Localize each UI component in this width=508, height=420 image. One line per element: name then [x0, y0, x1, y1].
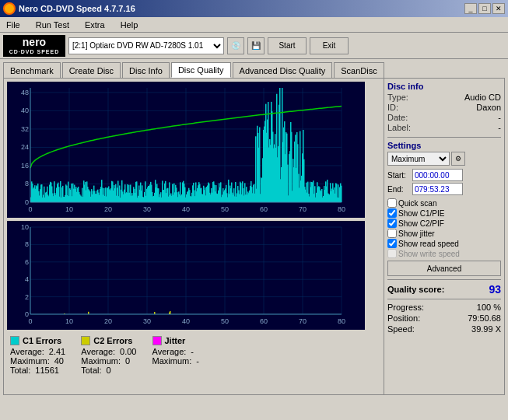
upper-chart — [7, 82, 365, 218]
legend: C1 Errors Average: 2.41 Maximum: 40 Tota… — [7, 333, 380, 391]
jitter-max-row: Maximum: - — [152, 356, 199, 366]
right-panel: Disc info Type: Audio CD ID: Daxon Date:… — [384, 79, 504, 394]
maximize-button[interactable]: □ — [478, 3, 491, 14]
end-row: End: — [387, 183, 501, 195]
tab-benchmark[interactable]: Benchmark — [3, 62, 61, 78]
progress-row: Progress: 100 % — [387, 303, 501, 312]
c2-max-label: Maximum: — [81, 356, 121, 366]
c1-max-row: Maximum: 40 — [10, 356, 65, 366]
end-input[interactable] — [412, 183, 463, 195]
start-row: Start: — [387, 169, 501, 181]
show-read-speed-row: Show read speed — [387, 239, 501, 248]
advanced-button[interactable]: Advanced — [387, 261, 501, 276]
type-value: Audio CD — [464, 93, 501, 102]
jitter-color-box — [152, 336, 162, 345]
c2-title: C2 Errors — [93, 336, 132, 345]
tab-create-disc[interactable]: Create Disc — [62, 62, 121, 78]
c2-total-value: 0 — [107, 366, 111, 375]
c1-max-label: Maximum: — [10, 356, 50, 366]
tab-disc-info[interactable]: Disc Info — [122, 62, 170, 78]
position-label: Position: — [387, 313, 420, 323]
show-jitter-label: Show jitter — [398, 229, 435, 238]
quality-score-row: Quality score: 93 — [387, 283, 501, 296]
minimize-button[interactable]: _ — [464, 3, 477, 14]
c1-title: C1 Errors — [23, 336, 61, 345]
menu-extra[interactable]: Extra — [82, 19, 108, 31]
progress-section: Progress: 100 % Position: 79:50.68 Speed… — [387, 303, 501, 334]
disc-label-value: - — [498, 123, 501, 132]
c1-avg-label: Average: — [10, 347, 44, 356]
c1-total-row: Total: 11561 — [10, 366, 65, 375]
id-value: Daxon — [476, 103, 501, 112]
tab-scan-disc[interactable]: ScanDisc — [334, 62, 384, 78]
menu-help[interactable]: Help — [117, 19, 142, 31]
jitter-avg-value: - — [191, 347, 194, 356]
app-icon — [3, 2, 16, 15]
show-c2-checkbox[interactable] — [387, 219, 397, 228]
quality-score-value: 93 — [489, 283, 501, 296]
progress-label: Progress: — [387, 303, 424, 312]
end-label: End: — [387, 185, 409, 194]
disc-info-title: Disc info — [387, 82, 501, 91]
c2-max-row: Maximum: 0 — [81, 356, 136, 366]
legend-c1: C1 Errors Average: 2.41 Maximum: 40 Tota… — [10, 336, 65, 388]
nero-logo: nero CD·DVD SPEED — [3, 35, 65, 57]
c1-total-label: Total: — [10, 366, 30, 375]
menu-bar: File Run Test Extra Help — [0, 17, 508, 33]
tab-disc-quality[interactable]: Disc Quality — [171, 62, 231, 78]
show-read-speed-checkbox[interactable] — [387, 239, 397, 248]
show-c2-label: Show C2/PIF — [398, 219, 444, 228]
show-write-speed-label: Show write speed — [398, 250, 460, 258]
quick-scan-checkbox[interactable] — [387, 198, 397, 208]
progress-value: 100 % — [477, 303, 501, 312]
type-row: Type: Audio CD — [387, 93, 501, 102]
legend-jitter: Jitter Average: - Maximum: - — [152, 336, 199, 388]
show-c1-label: Show C1/PIE — [398, 209, 444, 218]
speed-row: Speed: 39.99 X — [387, 324, 501, 334]
c1-color-box — [10, 336, 19, 345]
exit-button[interactable]: Exit — [310, 37, 349, 54]
legend-c2: C2 Errors Average: 0.00 Maximum: 0 Total… — [81, 336, 136, 388]
quick-scan-label: Quick scan — [398, 199, 436, 208]
start-input[interactable] — [412, 169, 463, 181]
main-content: C1 Errors Average: 2.41 Maximum: 40 Tota… — [3, 78, 505, 395]
c2-avg-row: Average: 0.00 — [81, 347, 136, 356]
id-label: ID: — [387, 103, 398, 112]
menu-file[interactable]: File — [3, 19, 23, 31]
c1-avg-row: Average: 2.41 — [10, 347, 65, 356]
type-label: Type: — [387, 93, 408, 102]
c2-max-value: 0 — [125, 356, 130, 366]
menu-run-test[interactable]: Run Test — [33, 19, 72, 31]
c2-total-label: Total: — [81, 366, 101, 375]
drive-select[interactable]: [2:1] Optiarc DVD RW AD-7280S 1.01 — [68, 37, 224, 54]
disc-icon-button[interactable]: 💿 — [227, 37, 244, 54]
c2-avg-label: Average: — [81, 347, 115, 356]
settings-icon-button[interactable]: ⚙ — [451, 152, 465, 166]
show-write-speed-row: Show write speed — [387, 249, 501, 258]
lower-chart — [7, 221, 365, 330]
show-c1-checkbox[interactable] — [387, 208, 397, 218]
show-jitter-row: Show jitter — [387, 229, 501, 238]
start-label: Start: — [387, 171, 409, 180]
date-label: Date: — [387, 113, 408, 122]
show-c1-row: Show C1/PIE — [387, 208, 501, 218]
show-read-speed-label: Show read speed — [398, 240, 459, 248]
c1-avg-value: 2.41 — [49, 347, 65, 356]
tab-advanced-disc-quality[interactable]: Advanced Disc Quality — [233, 62, 333, 78]
c1-max-value: 40 — [54, 356, 64, 366]
speed-select[interactable]: Maximum — [387, 152, 450, 166]
jitter-title: Jitter — [165, 336, 186, 345]
title-bar: Nero CD-DVD Speed 4.7.7.16 _ □ ✕ — [0, 0, 508, 17]
window-title: Nero CD-DVD Speed 4.7.7.16 — [19, 4, 135, 13]
id-row: ID: Daxon — [387, 103, 501, 112]
speed-label: Speed: — [387, 324, 415, 334]
settings-title: Settings — [387, 141, 501, 150]
save-button[interactable]: 💾 — [247, 37, 265, 54]
c2-color-box — [81, 336, 90, 345]
start-button[interactable]: Start — [268, 37, 307, 54]
settings-section: Settings Maximum ⚙ Start: End: Quick sca… — [387, 141, 501, 276]
show-c2-row: Show C2/PIF — [387, 219, 501, 228]
close-button[interactable]: ✕ — [492, 3, 505, 14]
show-jitter-checkbox[interactable] — [387, 229, 397, 238]
disc-info-section: Disc info Type: Audio CD ID: Daxon Date:… — [387, 82, 501, 132]
